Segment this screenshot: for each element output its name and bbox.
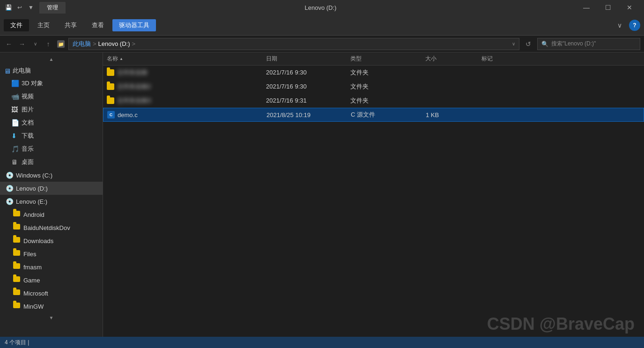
sidebar-mingw-label: MinGW	[23, 303, 44, 310]
file-size-cell: 1 KB	[426, 111, 482, 118]
tab-share[interactable]: 共享	[58, 19, 83, 31]
quick-save-icon[interactable]: 💾	[4, 3, 13, 12]
sidebar-android-label: Android	[23, 211, 44, 218]
main-area: ▲ 🖥 此电脑 🟦 3D 对象 📹 视频 🖼 图片 📄 文档 ⬇ 下载	[0, 52, 644, 337]
sidebar-item-baidudisk[interactable]: BaiduNetdiskDov	[0, 221, 103, 234]
sidebar-item-3d[interactable]: 🟦 3D 对象	[0, 77, 103, 90]
file-date-cell: 2021/7/16 9:30	[266, 83, 350, 90]
up-directory-button[interactable]: ↑	[43, 39, 53, 49]
sidebar-item-game[interactable]: Game	[0, 274, 103, 287]
sidebar-item-mingw[interactable]: MinGW	[0, 300, 103, 313]
address-dropdown-button[interactable]: ∨	[512, 41, 515, 46]
addressbar: ← → ∨ ↑ 📁 此电脑 > Lenovo (D:) > ∨ ↺ 🔍 搜索"L…	[0, 36, 644, 52]
tab-file[interactable]: 文件	[4, 19, 29, 31]
file-type-cell: 文件夹	[350, 68, 425, 77]
statusbar: 4 个项目 |	[0, 337, 644, 348]
address-box[interactable]: 此电脑 > Lenovo (D:) > ∨	[68, 38, 519, 50]
file-date-cell: 2021/7/16 9:31	[266, 97, 350, 104]
search-icon: 🔍	[541, 41, 548, 47]
breadcrumb-sep1: >	[93, 40, 96, 47]
game-folder-icon	[13, 276, 21, 284]
col-name-label: 名称	[107, 55, 118, 63]
sidebar-item-music[interactable]: 🎵 音乐	[0, 142, 103, 155]
col-size-label: 大小	[425, 55, 437, 63]
3d-icon: 🟦	[11, 80, 19, 87]
sidebar-item-drive-d[interactable]: 💿 Lenovo (D:)	[0, 182, 103, 195]
maximize-button[interactable]: ☐	[597, 0, 619, 15]
sidebar-files-label: Files	[23, 251, 36, 258]
table-row[interactable]: 文件夹名称 2021/7/16 9:30 文件夹	[103, 66, 644, 80]
file-type-cell: 文件夹	[350, 96, 425, 105]
search-placeholder: 搜索"Lenovo (D:)"	[551, 40, 596, 48]
refresh-button[interactable]: ↺	[522, 38, 534, 50]
folder-icon	[107, 69, 114, 76]
col-header-size[interactable]: 大小	[425, 55, 481, 63]
sidebar-game-label: Game	[23, 277, 40, 284]
sort-arrow-name: ▲	[119, 57, 123, 61]
close-button[interactable]: ✕	[619, 0, 640, 15]
sidebar-photo-label: 图片	[22, 105, 34, 114]
forward-button[interactable]: →	[17, 39, 27, 49]
file-name-cell: 文件夹名称2	[107, 82, 266, 91]
sidebar-this-pc[interactable]: 🖥 此电脑	[0, 64, 103, 77]
android-folder-icon	[13, 211, 21, 218]
ribbon-expand-button[interactable]: ∨	[614, 20, 625, 31]
tab-home[interactable]: 主页	[31, 19, 56, 31]
sidebar-drive-d-label: Lenovo (D:)	[16, 185, 48, 192]
sidebar-music-label: 音乐	[22, 145, 34, 153]
tab-view[interactable]: 查看	[85, 19, 111, 31]
file-name-blurred: 文件夹名称	[117, 68, 148, 77]
sidebar-item-drive-c[interactable]: 💿 Windows (C:)	[0, 169, 103, 182]
file-name-cell: 文件夹名称3	[107, 96, 266, 105]
back-button[interactable]: ←	[4, 39, 14, 49]
sidebar-item-downloads[interactable]: Downloads	[0, 234, 103, 247]
col-header-type[interactable]: 类型	[350, 55, 425, 63]
drive-d-icon: 💿	[6, 185, 13, 192]
table-row[interactable]: 文件夹名称2 2021/7/16 9:30 文件夹	[103, 80, 644, 94]
file-name: demo.c	[118, 111, 138, 118]
sidebar-item-drive-e[interactable]: 💿 Lenovo (E:)	[0, 195, 103, 208]
sidebar-scroll-down: ▼	[0, 313, 103, 322]
file-name-blurred: 文件夹名称2	[117, 82, 151, 91]
sidebar-item-docs[interactable]: 📄 文档	[0, 116, 103, 129]
minimize-button[interactable]: —	[576, 0, 597, 15]
breadcrumb-this-pc[interactable]: 此电脑	[73, 40, 91, 48]
titlebar-manage-tab[interactable]: 管理	[39, 2, 66, 14]
titlebar: 💾 ↩ ▼ 管理 Lenovo (D:) — ☐ ✕	[0, 0, 644, 15]
sidebar-downloads-label: Downloads	[23, 237, 53, 244]
sidebar-item-microsoft[interactable]: Microsoft	[0, 287, 103, 300]
col-header-date[interactable]: 日期	[266, 55, 350, 63]
sidebar-item-files[interactable]: Files	[0, 247, 103, 260]
microsoft-folder-icon	[13, 289, 21, 297]
tab-drive-tools[interactable]: 驱动器工具	[112, 19, 156, 31]
fmasm-folder-icon	[13, 263, 21, 271]
ribbon: 文件 主页 共享 查看 驱动器工具 ∨ ?	[0, 15, 644, 36]
sidebar-item-desktop[interactable]: 🖥 桌面	[0, 155, 103, 169]
breadcrumb-lenovo-d[interactable]: Lenovo (D:)	[98, 40, 130, 47]
table-row[interactable]: C demo.c 2021/8/25 10:19 C 源文件 1 KB	[103, 108, 644, 122]
desktop-icon: 🖥	[11, 158, 19, 166]
sidebar-item-android[interactable]: Android	[0, 208, 103, 221]
file-name-cell: 文件夹名称	[107, 68, 266, 77]
sidebar-item-photos[interactable]: 🖼 图片	[0, 103, 103, 116]
mingw-folder-icon	[13, 303, 21, 310]
sidebar: ▲ 🖥 此电脑 🟦 3D 对象 📹 视频 🖼 图片 📄 文档 ⬇ 下载	[0, 52, 103, 337]
sidebar-item-fmasm[interactable]: fmasm	[0, 260, 103, 274]
table-row[interactable]: 文件夹名称3 2021/7/16 9:31 文件夹	[103, 94, 644, 108]
titlebar-controls: — ☐ ✕	[576, 0, 640, 15]
file-list: 名称 ▲ 日期 类型 大小 标记 文件夹名称 2021/7/16 9:30	[103, 52, 644, 337]
col-header-name[interactable]: 名称 ▲	[107, 55, 266, 63]
sidebar-item-downloads-quick[interactable]: ⬇ 下载	[0, 129, 103, 142]
ribbon-help-button[interactable]: ?	[629, 20, 640, 31]
recent-locations-button[interactable]: ∨	[30, 39, 40, 49]
search-box[interactable]: 🔍 搜索"Lenovo (D:)"	[537, 38, 640, 50]
quick-menu-icon[interactable]: ▼	[26, 3, 36, 12]
col-date-label: 日期	[266, 55, 277, 63]
col-header-tag[interactable]: 标记	[481, 55, 538, 63]
sidebar-3d-label: 3D 对象	[22, 79, 43, 88]
music-icon: 🎵	[11, 145, 19, 153]
file-name-cell: C demo.c	[107, 111, 266, 118]
col-tag-label: 标记	[481, 55, 493, 63]
sidebar-item-video[interactable]: 📹 视频	[0, 90, 103, 103]
quick-undo-icon[interactable]: ↩	[15, 3, 24, 12]
